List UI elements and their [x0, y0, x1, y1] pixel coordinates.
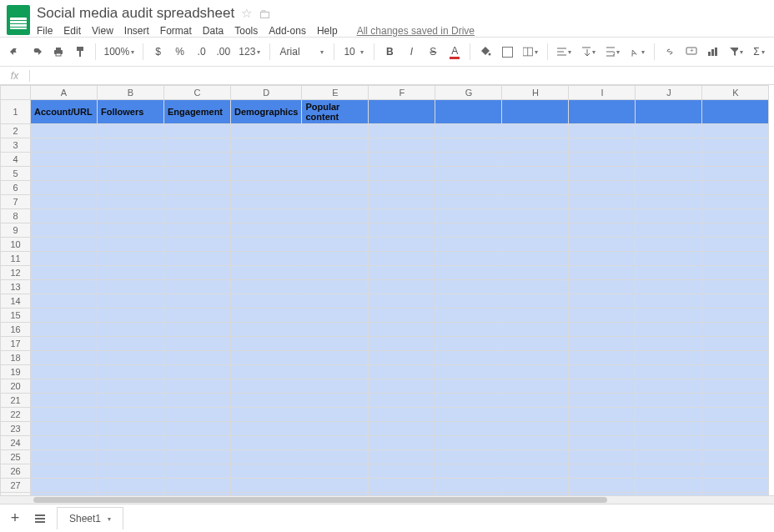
cell[interactable]	[636, 209, 702, 223]
zoom-select[interactable]: 100%▾	[103, 42, 136, 62]
cell[interactable]	[636, 479, 702, 493]
cell[interactable]	[98, 252, 164, 266]
cell[interactable]	[369, 294, 435, 309]
cell[interactable]	[164, 408, 231, 422]
menu-edit[interactable]: Edit	[63, 25, 81, 37]
cell[interactable]	[569, 153, 636, 167]
cell[interactable]	[502, 394, 569, 408]
cell[interactable]	[369, 450, 435, 464]
cell[interactable]	[702, 464, 769, 479]
row-header[interactable]: 14	[1, 294, 31, 309]
row-header[interactable]: 21	[1, 394, 31, 408]
cell[interactable]	[435, 394, 502, 408]
spreadsheet-grid[interactable]: ABCDEFGHIJK1Account/URLFollowersEngageme…	[0, 85, 774, 495]
cell[interactable]	[164, 223, 231, 238]
cell[interactable]	[569, 252, 636, 266]
cell[interactable]	[302, 167, 369, 181]
print-button[interactable]	[50, 42, 67, 62]
cell[interactable]	[435, 323, 502, 337]
cell[interactable]	[369, 394, 435, 408]
row-header[interactable]: 25	[1, 450, 31, 464]
cell[interactable]	[435, 195, 502, 209]
cell[interactable]	[231, 450, 302, 464]
header-cell[interactable]	[702, 100, 769, 124]
cell[interactable]	[435, 450, 502, 464]
cell[interactable]	[31, 394, 98, 408]
cell[interactable]	[569, 422, 636, 436]
cell[interactable]	[435, 365, 502, 379]
cell[interactable]	[569, 167, 636, 181]
cell[interactable]	[502, 181, 569, 195]
cell[interactable]	[31, 309, 98, 323]
cell[interactable]	[702, 195, 769, 209]
cell[interactable]	[502, 408, 569, 422]
cell[interactable]	[164, 138, 231, 153]
row-header[interactable]: 12	[1, 266, 31, 280]
cell[interactable]	[502, 464, 569, 479]
cell[interactable]	[164, 280, 231, 294]
cell[interactable]	[636, 422, 702, 436]
row-header[interactable]: 11	[1, 252, 31, 266]
cell[interactable]	[164, 379, 231, 394]
font-select[interactable]: Arial▾	[277, 42, 327, 62]
cell[interactable]	[569, 280, 636, 294]
cell[interactable]	[369, 238, 435, 252]
cell[interactable]	[31, 422, 98, 436]
column-header[interactable]: H	[502, 86, 569, 100]
sheets-logo-icon[interactable]	[7, 5, 30, 35]
cell[interactable]	[702, 153, 769, 167]
cell[interactable]	[231, 365, 302, 379]
cell[interactable]	[369, 280, 435, 294]
save-status[interactable]: All changes saved in Drive	[357, 25, 475, 37]
cell[interactable]	[702, 323, 769, 337]
cell[interactable]	[31, 379, 98, 394]
cell[interactable]	[636, 309, 702, 323]
cell[interactable]	[636, 252, 702, 266]
cell[interactable]	[98, 394, 164, 408]
bold-button[interactable]: B	[381, 42, 398, 62]
cell[interactable]	[369, 337, 435, 351]
cell[interactable]	[569, 181, 636, 195]
cell[interactable]	[569, 365, 636, 379]
cell[interactable]	[231, 379, 302, 394]
row-header[interactable]: 26	[1, 464, 31, 479]
cell[interactable]	[569, 323, 636, 337]
cell[interactable]	[231, 337, 302, 351]
header-cell[interactable]	[636, 100, 702, 124]
row-header[interactable]: 6	[1, 181, 31, 195]
cell[interactable]	[302, 309, 369, 323]
row-header[interactable]: 17	[1, 337, 31, 351]
cell[interactable]	[302, 379, 369, 394]
cell[interactable]	[502, 223, 569, 238]
cell[interactable]	[569, 294, 636, 309]
horizontal-scrollbar[interactable]	[0, 495, 774, 504]
menu-insert[interactable]: Insert	[124, 25, 149, 37]
cell[interactable]	[502, 266, 569, 280]
cell[interactable]	[702, 394, 769, 408]
header-cell[interactable]: Popular content	[302, 100, 369, 124]
cell[interactable]	[98, 153, 164, 167]
cell[interactable]	[502, 138, 569, 153]
cell[interactable]	[502, 323, 569, 337]
cell[interactable]	[231, 153, 302, 167]
cell[interactable]	[98, 266, 164, 280]
cell[interactable]	[302, 266, 369, 280]
decrease-decimal-button[interactable]: .0	[194, 42, 210, 62]
cell[interactable]	[369, 422, 435, 436]
cell[interactable]	[98, 479, 164, 493]
strike-button[interactable]: S	[425, 42, 441, 62]
cell[interactable]	[164, 394, 231, 408]
sheet-tab[interactable]: Sheet1▾	[57, 507, 123, 529]
cell[interactable]	[98, 309, 164, 323]
cell[interactable]	[98, 195, 164, 209]
cell[interactable]	[98, 181, 164, 195]
cell[interactable]	[435, 181, 502, 195]
cell[interactable]	[302, 365, 369, 379]
cell[interactable]	[231, 223, 302, 238]
cell[interactable]	[164, 266, 231, 280]
cell[interactable]	[98, 238, 164, 252]
cell[interactable]	[31, 479, 98, 493]
cell[interactable]	[164, 209, 231, 223]
cell[interactable]	[502, 351, 569, 365]
cell[interactable]	[31, 436, 98, 450]
